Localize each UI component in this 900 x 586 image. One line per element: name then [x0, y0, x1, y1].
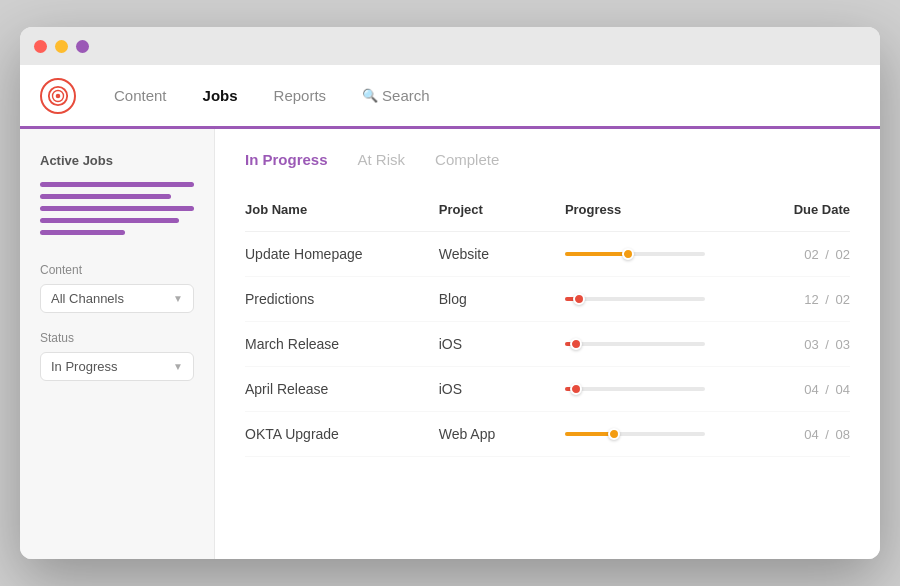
close-button[interactable]	[34, 40, 47, 53]
nav-jobs[interactable]: Jobs	[185, 64, 256, 128]
active-jobs-bars	[40, 182, 194, 235]
bar-chart-item	[40, 194, 171, 199]
col-header-project: Project	[439, 194, 565, 232]
status-filter-value: In Progress	[51, 359, 117, 374]
project-cell: iOS	[439, 322, 565, 367]
job-name-cell: Predictions	[245, 277, 439, 322]
due-date-cell: 04 / 08	[753, 412, 850, 457]
titlebar	[20, 27, 880, 65]
logo	[40, 78, 76, 114]
tabs: In Progress At Risk Complete	[245, 151, 850, 172]
navbar: Content Jobs Reports 🔍 Search	[20, 65, 880, 129]
col-header-due-date: Due Date	[753, 194, 850, 232]
main-content: Active Jobs Content All Channels ▼ Statu…	[20, 129, 880, 559]
nav-reports[interactable]: Reports	[256, 64, 345, 128]
content-filter-select[interactable]: All Channels ▼	[40, 284, 194, 313]
chevron-down-icon: ▼	[173, 361, 183, 372]
project-cell: iOS	[439, 367, 565, 412]
due-date-cell: 02 / 02	[753, 232, 850, 277]
progress-cell	[565, 322, 754, 367]
svg-point-2	[56, 93, 61, 98]
search-icon: 🔍	[362, 88, 378, 103]
project-cell: Web App	[439, 412, 565, 457]
nav-content[interactable]: Content	[96, 64, 185, 128]
status-filter-label: Status	[40, 331, 194, 345]
table-row: March Release iOS 03 / 03	[245, 322, 850, 367]
tab-in-progress[interactable]: In Progress	[245, 151, 328, 172]
sidebar-section-title: Active Jobs	[40, 153, 194, 168]
tab-complete[interactable]: Complete	[435, 151, 499, 172]
content-area: In Progress At Risk Complete Job Name Pr…	[215, 129, 880, 559]
status-filter: Status In Progress ▼	[40, 331, 194, 381]
project-cell: Website	[439, 232, 565, 277]
table-row: Predictions Blog 12 / 02	[245, 277, 850, 322]
fullscreen-button[interactable]	[76, 40, 89, 53]
app-window: Content Jobs Reports 🔍 Search Active Job…	[20, 27, 880, 559]
minimize-button[interactable]	[55, 40, 68, 53]
bar-chart-item	[40, 230, 125, 235]
due-date-cell: 03 / 03	[753, 322, 850, 367]
jobs-table: Job Name Project Progress Due Date Updat…	[245, 194, 850, 457]
bar-chart-item	[40, 218, 179, 223]
table-row: OKTA Upgrade Web App 04 / 08	[245, 412, 850, 457]
progress-cell	[565, 232, 754, 277]
table-row: Update Homepage Website 02 / 02	[245, 232, 850, 277]
job-name-cell: April Release	[245, 367, 439, 412]
content-filter-value: All Channels	[51, 291, 124, 306]
due-date-cell: 04 / 04	[753, 367, 850, 412]
bar-chart-item	[40, 182, 194, 187]
bar-chart-item	[40, 206, 194, 211]
progress-cell	[565, 412, 754, 457]
job-name-cell: March Release	[245, 322, 439, 367]
col-header-job-name: Job Name	[245, 194, 439, 232]
job-name-cell: OKTA Upgrade	[245, 412, 439, 457]
progress-cell	[565, 277, 754, 322]
progress-cell	[565, 367, 754, 412]
content-filter: Content All Channels ▼	[40, 263, 194, 313]
content-filter-label: Content	[40, 263, 194, 277]
due-date-cell: 12 / 02	[753, 277, 850, 322]
project-cell: Blog	[439, 277, 565, 322]
status-filter-select[interactable]: In Progress ▼	[40, 352, 194, 381]
table-row: April Release iOS 04 / 04	[245, 367, 850, 412]
nav-search[interactable]: 🔍 Search	[344, 64, 448, 128]
sidebar: Active Jobs Content All Channels ▼ Statu…	[20, 129, 215, 559]
tab-at-risk[interactable]: At Risk	[358, 151, 406, 172]
job-name-cell: Update Homepage	[245, 232, 439, 277]
chevron-down-icon: ▼	[173, 293, 183, 304]
col-header-progress: Progress	[565, 194, 754, 232]
